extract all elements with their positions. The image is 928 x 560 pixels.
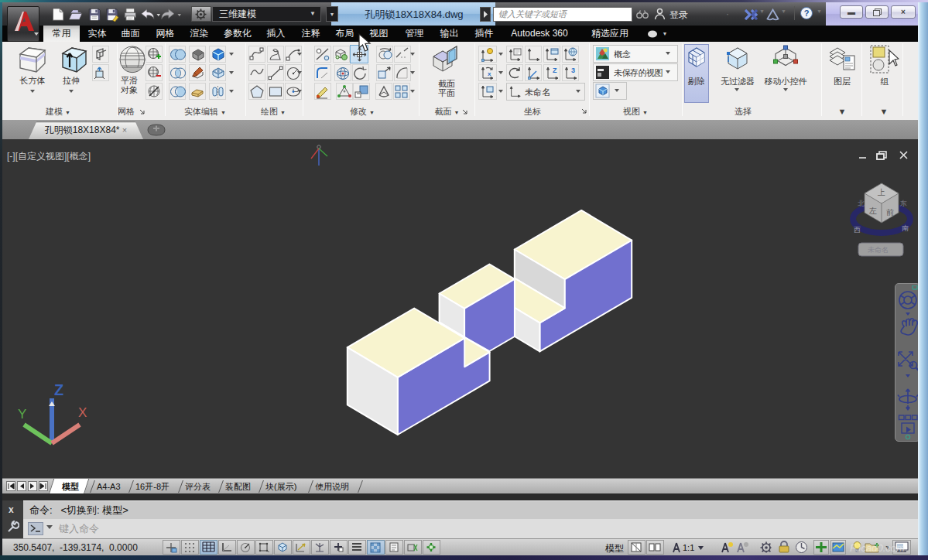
svg-text:Y: Y xyxy=(18,407,26,422)
svg-text:X: X xyxy=(78,405,87,420)
svg-text:南: 南 xyxy=(902,224,909,232)
svg-text:x: x xyxy=(488,70,491,77)
svg-text:东: 东 xyxy=(899,200,907,207)
svg-text:前: 前 xyxy=(886,208,894,217)
svg-text:3: 3 xyxy=(571,67,575,74)
svg-text:Z: Z xyxy=(553,67,557,74)
svg-text:1:1: 1:1 xyxy=(683,543,694,552)
svg-text:上: 上 xyxy=(877,188,885,196)
svg-text:未命名: 未命名 xyxy=(868,246,889,254)
svg-text:西: 西 xyxy=(854,226,861,234)
svg-text:左: 左 xyxy=(869,207,877,215)
svg-text:北: 北 xyxy=(858,200,865,207)
svg-text:Z: Z xyxy=(54,381,63,398)
